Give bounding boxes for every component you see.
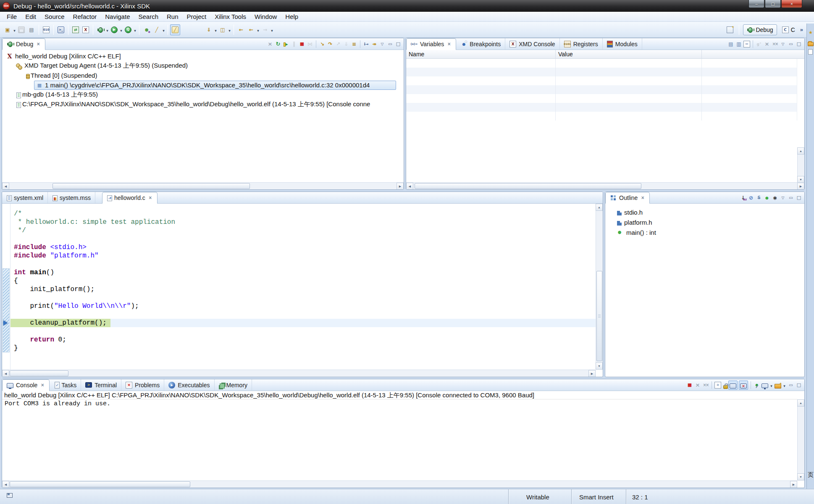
hide-static-members-icon[interactable] bbox=[756, 194, 762, 201]
editor-tab-system-xml[interactable]: system.xml bbox=[2, 192, 48, 203]
debug-tree-row[interactable]: mb-gdb (14-5-13 上午9:55) bbox=[2, 90, 404, 100]
console-view-minimize-icon[interactable] bbox=[788, 382, 794, 388]
save-button[interactable] bbox=[16, 24, 26, 35]
program-fpga-button[interactable] bbox=[71, 24, 81, 35]
console-tab-executables[interactable]: Executables bbox=[164, 379, 214, 391]
forward-dropdown[interactable] bbox=[270, 26, 274, 33]
close-tab-icon[interactable] bbox=[148, 195, 153, 200]
use-step-filters-icon[interactable] bbox=[351, 41, 357, 47]
new-wizard-dropdown[interactable] bbox=[13, 26, 16, 33]
window-minimize-button[interactable]: – bbox=[748, 0, 764, 8]
table-row[interactable] bbox=[406, 103, 797, 112]
step-mode-icon[interactable] bbox=[371, 41, 378, 47]
disconnect-icon[interactable] bbox=[307, 41, 313, 47]
run-last-tool-button[interactable] bbox=[152, 24, 162, 35]
tab-registers[interactable]: Registers bbox=[560, 38, 603, 50]
debug-view-minimize-icon[interactable] bbox=[387, 41, 394, 47]
word-wrap-button[interactable] bbox=[728, 381, 738, 390]
table-row[interactable] bbox=[406, 112, 797, 121]
remove-all-variables-icon[interactable] bbox=[772, 41, 778, 47]
scroll-lock-icon[interactable] bbox=[723, 385, 728, 389]
tab-xmd-console[interactable]: XMD Console bbox=[505, 38, 559, 50]
outline-item[interactable]: main() : int bbox=[605, 227, 804, 237]
remove-all-terminated-launches-icon[interactable] bbox=[702, 382, 709, 388]
window-maximize-button[interactable]: ▢ bbox=[765, 0, 781, 8]
editor-vertical-scrollbar[interactable]: ▲ ▼ bbox=[596, 204, 603, 370]
print-button[interactable] bbox=[26, 24, 37, 35]
mark-occurrences-button[interactable] bbox=[170, 24, 180, 35]
perspective-c-button[interactable]: C bbox=[779, 24, 798, 35]
pin-console-icon[interactable] bbox=[754, 382, 760, 388]
menu-window[interactable]: Window bbox=[250, 12, 281, 21]
menu-run[interactable]: Run bbox=[163, 12, 183, 21]
watch-expression-icon[interactable] bbox=[756, 41, 762, 47]
sdk-terminal-button[interactable] bbox=[56, 24, 66, 35]
show-type-names-icon[interactable] bbox=[727, 41, 734, 47]
close-debug-view-icon[interactable] bbox=[36, 42, 41, 47]
table-row[interactable] bbox=[406, 59, 797, 68]
debug-tree-row[interactable]: Thread [0] (Suspended) bbox=[2, 71, 404, 80]
profile-dropdown[interactable] bbox=[133, 26, 137, 33]
folder-icon[interactable] bbox=[808, 42, 814, 46]
console-tab-terminal[interactable]: Terminal bbox=[81, 379, 121, 391]
open-console-dropdown[interactable] bbox=[782, 381, 786, 388]
back-dropdown[interactable] bbox=[256, 26, 260, 33]
open-perspective-button[interactable] bbox=[725, 24, 735, 35]
column-value[interactable]: Value bbox=[556, 50, 702, 58]
forward-button[interactable] bbox=[260, 24, 270, 35]
profile-button[interactable] bbox=[123, 24, 133, 35]
show-logical-structure-icon[interactable] bbox=[735, 41, 742, 47]
menu-xilinx-tools[interactable]: Xilinx Tools bbox=[210, 12, 250, 21]
last-edit-location-button[interactable] bbox=[236, 24, 246, 35]
external-tools-dropdown[interactable] bbox=[162, 26, 165, 33]
search-dropdown[interactable] bbox=[214, 26, 218, 33]
menu-help[interactable]: Help bbox=[281, 12, 302, 21]
menu-edit[interactable]: Edit bbox=[21, 12, 40, 21]
debug-view-menu-icon[interactable] bbox=[379, 41, 386, 47]
display-selected-console-icon[interactable] bbox=[761, 383, 768, 388]
variables-view-minimize-icon[interactable] bbox=[788, 41, 794, 47]
close-outline-view-icon[interactable] bbox=[640, 195, 645, 200]
debug-tree-row[interactable]: C:\FPGA_PRJ\Xilinx\NANO\SDK\SDK_Workspac… bbox=[2, 100, 404, 109]
step-return-icon[interactable] bbox=[335, 41, 341, 47]
debug-button[interactable] bbox=[95, 24, 105, 35]
new-wizard-button[interactable] bbox=[3, 24, 13, 35]
variables-view-menu-icon[interactable] bbox=[780, 41, 786, 47]
run-button[interactable] bbox=[109, 24, 119, 35]
console-tab-memory[interactable]: Memory bbox=[215, 379, 252, 391]
variables-vertical-scrollbar[interactable]: ▲ ▼ bbox=[797, 147, 804, 183]
close-tab-icon[interactable] bbox=[40, 383, 45, 388]
external-tools-button[interactable] bbox=[142, 24, 152, 35]
page-icon[interactable] bbox=[808, 49, 813, 55]
table-row[interactable] bbox=[406, 85, 797, 94]
menu-search[interactable]: Search bbox=[134, 12, 163, 21]
tab-debug[interactable]: Debug bbox=[2, 38, 45, 50]
debug-tree-row[interactable]: hello_world Debug [Xilinx C/C++ ELF] bbox=[2, 51, 404, 61]
code-editor[interactable]: /* * helloworld.c: simple test applicati… bbox=[11, 204, 596, 370]
editor-annotation-ruler[interactable] bbox=[2, 204, 11, 370]
run-dropdown[interactable] bbox=[119, 26, 123, 33]
console-tab-problems[interactable]: Problems bbox=[121, 379, 164, 391]
instruction-stepping-icon[interactable] bbox=[363, 41, 370, 47]
remove-all-terminated-icon[interactable] bbox=[267, 41, 273, 47]
favorites-icon[interactable] bbox=[807, 29, 814, 36]
open-console-icon[interactable] bbox=[775, 384, 781, 388]
next-annotation-button[interactable] bbox=[218, 24, 228, 35]
fast-view-icon[interactable] bbox=[7, 493, 13, 498]
column-name[interactable]: Name bbox=[406, 50, 556, 58]
collapse-all-icon[interactable] bbox=[743, 41, 750, 47]
outline-view-maximize-icon[interactable] bbox=[796, 194, 802, 201]
editor-horizontal-scrollbar[interactable]: ◀ ▶ bbox=[2, 370, 596, 377]
editor-tab-helloworld-c[interactable]: helloworld.c bbox=[102, 192, 158, 204]
table-row[interactable] bbox=[406, 76, 797, 85]
terminate-icon[interactable] bbox=[299, 41, 305, 47]
editor-tab-system-mss[interactable]: system.mss bbox=[48, 192, 95, 203]
menu-refactor[interactable]: Refactor bbox=[69, 12, 101, 21]
debug-tree-row[interactable]: 1 main() \cygdrive\c\FPGA_PRJ\Xilinx\NAN… bbox=[2, 80, 404, 90]
annotation-dropdown[interactable] bbox=[228, 26, 231, 33]
table-row[interactable] bbox=[406, 94, 797, 103]
menu-file[interactable]: File bbox=[3, 12, 21, 21]
terminate-console-icon[interactable] bbox=[686, 382, 693, 388]
window-close-button[interactable]: × bbox=[781, 0, 802, 8]
search-button[interactable] bbox=[204, 24, 214, 35]
